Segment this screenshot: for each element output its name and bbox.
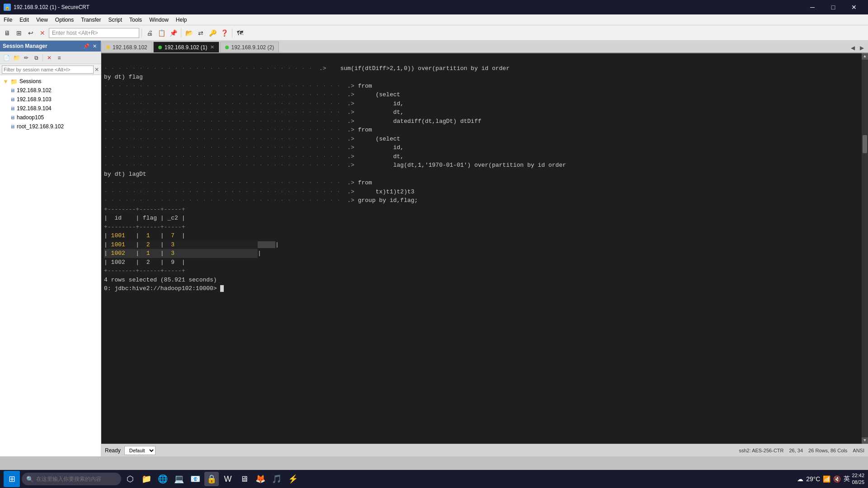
- tree-item-hadoop105[interactable]: 🖥 hadoop105: [0, 113, 101, 122]
- taskbar: ⊞ 🔍 ⬡ 📁 🌐 💻 📧 🔒 W 🖥 🦊 🎵 ⚡ ☁ 29°C 📶 🔇 英 2…: [0, 470, 868, 488]
- menu-options[interactable]: Options: [52, 14, 77, 25]
- server-icon-5: 🖥: [10, 124, 15, 129]
- address-bar[interactable]: Enter host <Alt+R>: [49, 28, 139, 38]
- close-button[interactable]: ✕: [844, 0, 864, 14]
- power-icon[interactable]: ⚡: [286, 472, 300, 486]
- menu-help[interactable]: Help: [172, 14, 191, 25]
- tab-label-1: 192.168.9.102 (1): [165, 44, 208, 51]
- session-filter: ✕: [0, 64, 101, 75]
- taskbar-date-display: 08/25: [852, 479, 864, 486]
- tree-item-sessions-root[interactable]: ▼ 📁 Sessions: [0, 77, 101, 86]
- menu-tools[interactable]: Tools: [126, 14, 146, 25]
- taskbar-clock: 22:42 08/25: [852, 472, 864, 486]
- session-label-5: root_192.168.9.102: [17, 123, 64, 130]
- minimize-button[interactable]: ─: [802, 0, 823, 14]
- panel-pin-button[interactable]: 📌: [83, 42, 90, 50]
- toolbar-btn-sftp[interactable]: 📂: [184, 28, 194, 38]
- word-icon[interactable]: W: [221, 472, 235, 486]
- session-delete-btn[interactable]: ✕: [45, 53, 54, 62]
- menu-window[interactable]: Window: [146, 14, 172, 25]
- file-explorer-icon[interactable]: 📁: [139, 472, 154, 486]
- scroll-thumb[interactable]: [863, 135, 867, 153]
- session-filter-input[interactable]: [2, 66, 94, 74]
- music-icon[interactable]: 🎵: [269, 472, 284, 486]
- tree-item-root-192-168-9-102[interactable]: 🖥 root_192.168.9.102: [0, 122, 101, 131]
- status-size: 26 Rows, 86 Cols: [808, 448, 847, 453]
- tab-0[interactable]: 192.168.9.102: [101, 42, 152, 52]
- tab-prev-button[interactable]: ◀: [848, 43, 857, 52]
- scroll-up-button[interactable]: ▲: [862, 53, 868, 60]
- search-bar[interactable]: 🔍: [22, 473, 121, 485]
- server-icon-1: 🖥: [10, 88, 15, 93]
- temperature: 29°C: [806, 475, 820, 483]
- status-position: 26, 34: [789, 448, 803, 453]
- separator-3: [232, 28, 232, 38]
- menu-file[interactable]: File: [0, 14, 16, 25]
- tab-close-1[interactable]: ✕: [210, 44, 214, 50]
- tab-nav: ◀ ▶: [846, 43, 868, 52]
- language-indicator: 英: [844, 475, 850, 483]
- toolbar-btn-disconnect[interactable]: ✕: [37, 28, 48, 38]
- maximize-button[interactable]: □: [823, 0, 844, 14]
- session-menu-btn[interactable]: ≡: [55, 53, 64, 62]
- tab-next-button[interactable]: ▶: [857, 43, 866, 52]
- sys-tray: ☁ 29°C 📶 🔇 英: [797, 475, 850, 483]
- search-input[interactable]: [36, 476, 113, 482]
- status-bar: Ready Default ssh2: AES-256-CTR 26, 34 2…: [101, 444, 868, 456]
- session-edit-btn[interactable]: ✏: [22, 53, 31, 62]
- window-title: 192.168.9.102 (1) - SecureCRT: [14, 4, 90, 10]
- session-label-2: 192.168.9.103: [17, 96, 52, 103]
- menu-view[interactable]: View: [33, 14, 52, 25]
- status-encoding-select[interactable]: Default: [124, 446, 156, 455]
- securecrt-icon[interactable]: 🔒: [204, 472, 219, 486]
- scroll-down-button[interactable]: ▼: [862, 437, 868, 444]
- email-icon[interactable]: 📧: [188, 472, 203, 486]
- task-view-button[interactable]: ⬡: [123, 472, 137, 486]
- toolbar-btn-paste[interactable]: 📌: [168, 28, 179, 38]
- tab-bar: 192.168.9.102 192.168.9.102 (1) ✕ 192.16…: [101, 41, 868, 53]
- session-new-folder-btn[interactable]: 📁: [12, 53, 21, 62]
- server-icon-3: 🖥: [10, 106, 15, 111]
- toolbar-btn-connect[interactable]: 🖥: [2, 28, 13, 38]
- terminal-icon-taskbar[interactable]: 💻: [172, 472, 186, 486]
- tab-2[interactable]: 192.168.9.102 (2): [220, 42, 279, 52]
- session-clone-btn[interactable]: ⧉: [32, 53, 41, 62]
- toolbar-btn-key[interactable]: 🔑: [207, 28, 218, 38]
- toolbar-btn-reconnect[interactable]: ↩: [25, 28, 36, 38]
- session-toolbar: 📄 📁 ✏ ⧉ ✕ ≡: [0, 52, 101, 64]
- status-encoding: ANSI: [853, 448, 864, 453]
- filter-clear-button[interactable]: ✕: [94, 66, 99, 73]
- folder-icon: 📁: [10, 78, 18, 85]
- panel-close-button[interactable]: ✕: [91, 42, 98, 50]
- tree-item-192-168-9-102[interactable]: 🖥 192.168.9.102: [0, 86, 101, 95]
- browser-icon[interactable]: 🌐: [156, 472, 170, 486]
- toolbar: 🖥 ⊞ ↩ ✕ Enter host <Alt+R> 🖨 📋 📌 📂 ⇄ 🔑 ❓…: [0, 25, 868, 41]
- firefox-icon[interactable]: 🦊: [253, 472, 268, 486]
- menu-edit[interactable]: Edit: [16, 14, 33, 25]
- toolbar-btn-copy[interactable]: 📋: [156, 28, 167, 38]
- toolbar-btn-print[interactable]: 🖨: [144, 28, 155, 38]
- session-tree: ▼ 📁 Sessions 🖥 192.168.9.102 🖥 192.168.9…: [0, 75, 101, 456]
- menu-bar: File Edit View Options Transfer Script T…: [0, 14, 868, 25]
- session-new-btn[interactable]: 📄: [2, 53, 11, 62]
- menu-transfer[interactable]: Transfer: [77, 14, 104, 25]
- toolbar-btn-map[interactable]: 🗺: [235, 28, 245, 38]
- scroll-track: [862, 60, 868, 437]
- toolbar-btn-sessions[interactable]: ⊞: [14, 28, 24, 38]
- start-button[interactable]: ⊞: [4, 471, 20, 487]
- right-area: 192.168.9.102 192.168.9.102 (1) ✕ 192.16…: [101, 41, 868, 456]
- folder-expand-icon: ▼: [3, 78, 9, 85]
- search-icon: 🔍: [26, 476, 33, 483]
- session-manager-title: Session Manager: [3, 43, 47, 49]
- tab-1[interactable]: 192.168.9.102 (1) ✕: [153, 42, 219, 52]
- monitor-icon[interactable]: 🖥: [237, 472, 251, 486]
- toolbar-btn-help[interactable]: ❓: [219, 28, 230, 38]
- toolbar-btn-transfer[interactable]: ⇄: [195, 28, 206, 38]
- terminal-scrollbar[interactable]: ▲ ▼: [862, 53, 868, 444]
- tree-item-192-168-9-103[interactable]: 🖥 192.168.9.103: [0, 95, 101, 104]
- app-icon: 🔒: [4, 4, 11, 11]
- terminal[interactable]: · · · · · · · · · · · · · · · · · · · · …: [101, 53, 868, 444]
- tree-item-192-168-9-104[interactable]: 🖥 192.168.9.104: [0, 104, 101, 113]
- menu-script[interactable]: Script: [104, 14, 126, 25]
- title-bar: 🔒 192.168.9.102 (1) - SecureCRT ─ □ ✕: [0, 0, 868, 14]
